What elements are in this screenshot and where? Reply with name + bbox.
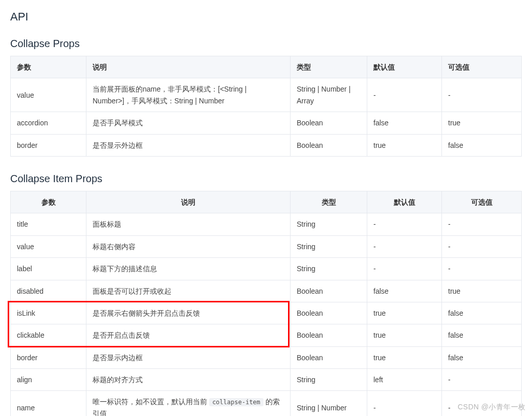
th-param: 参数 bbox=[11, 56, 86, 78]
th-param: 参数 bbox=[11, 191, 86, 213]
cell-opt: false bbox=[442, 302, 522, 324]
cell-default: - bbox=[367, 213, 442, 235]
collapse-item-props-heading: Collapse Item Props bbox=[10, 173, 522, 185]
cell-opt: - bbox=[442, 391, 522, 416]
th-default: 默认值 bbox=[367, 191, 442, 213]
cell-type: Boolean bbox=[291, 346, 367, 368]
table-row: value标题右侧内容String-- bbox=[11, 235, 522, 257]
table-row: disabled面板是否可以打开或收起Booleanfalsetrue bbox=[11, 280, 522, 302]
cell-type: String bbox=[291, 258, 367, 280]
cell-type: String | Number | Array bbox=[291, 78, 367, 112]
cell-default: true bbox=[367, 346, 442, 368]
cell-type: Boolean bbox=[291, 112, 367, 134]
cell-default: true bbox=[367, 324, 442, 346]
table-row: align标题的对齐方式Stringleft- bbox=[11, 369, 522, 391]
cell-desc: 标题右侧内容 bbox=[86, 235, 291, 257]
table-wrapper: 参数 说明 类型 默认值 可选值 title面板标题String--value标… bbox=[10, 191, 522, 416]
cell-param: value bbox=[11, 235, 86, 257]
table-header-row: 参数 说明 类型 默认值 可选值 bbox=[11, 191, 522, 213]
cell-opt: - bbox=[442, 369, 522, 391]
cell-type: Boolean bbox=[291, 280, 367, 302]
desc-text-pre: 唯一标识符，如不设置，默认用当前 bbox=[93, 398, 209, 406]
cell-param: accordion bbox=[11, 112, 86, 134]
cell-desc: 是否开启点击反馈 bbox=[86, 324, 291, 346]
cell-desc: 标题的对齐方式 bbox=[86, 369, 291, 391]
table-row: border是否显示内边框Booleantruefalse bbox=[11, 346, 522, 368]
desc-code: collapse-item bbox=[209, 398, 263, 406]
th-type: 类型 bbox=[291, 56, 367, 78]
cell-opt: - bbox=[442, 213, 522, 235]
cell-param: align bbox=[11, 369, 86, 391]
cell-type: String bbox=[291, 369, 367, 391]
th-opt: 可选值 bbox=[442, 191, 522, 213]
cell-param: name bbox=[11, 391, 86, 416]
table-row: value当前展开面板的name，非手风琴模式：[<String | Numbe… bbox=[11, 78, 522, 112]
table-row: label标题下方的描述信息String-- bbox=[11, 258, 522, 280]
cell-opt: false bbox=[442, 134, 522, 156]
cell-opt: - bbox=[442, 258, 522, 280]
cell-opt: true bbox=[442, 112, 522, 134]
cell-desc: 唯一标识符，如不设置，默认用当前 collapse-item 的索引值 bbox=[86, 391, 291, 416]
cell-param: disabled bbox=[11, 280, 86, 302]
cell-default: - bbox=[367, 258, 442, 280]
cell-desc: 当前展开面板的name，非手风琴模式：[<String | Number>]，手… bbox=[86, 78, 291, 112]
cell-default: true bbox=[367, 302, 442, 324]
cell-desc: 是否展示右侧箭头并开启点击反馈 bbox=[86, 302, 291, 324]
cell-param: border bbox=[11, 346, 86, 368]
table-header-row: 参数 说明 类型 默认值 可选值 bbox=[11, 56, 522, 78]
cell-opt: - bbox=[442, 78, 522, 112]
cell-param: isLink bbox=[11, 302, 86, 324]
cell-default: true bbox=[367, 134, 442, 156]
cell-opt: - bbox=[442, 235, 522, 257]
cell-type: Boolean bbox=[291, 134, 367, 156]
cell-type: String bbox=[291, 213, 367, 235]
th-default: 默认值 bbox=[367, 56, 442, 78]
table-row: isLink是否展示右侧箭头并开启点击反馈Booleantruefalse bbox=[11, 302, 522, 324]
cell-type: String | Number bbox=[291, 391, 367, 416]
cell-desc: 标题下方的描述信息 bbox=[86, 258, 291, 280]
table-row: clickable是否开启点击反馈Booleantruefalse bbox=[11, 324, 522, 346]
cell-opt: false bbox=[442, 346, 522, 368]
th-desc: 说明 bbox=[86, 191, 291, 213]
cell-type: Boolean bbox=[291, 324, 367, 346]
cell-type: Boolean bbox=[291, 302, 367, 324]
table-row: name唯一标识符，如不设置，默认用当前 collapse-item 的索引值S… bbox=[11, 391, 522, 416]
cell-desc: 是否显示内边框 bbox=[86, 346, 291, 368]
cell-desc: 面板是否可以打开或收起 bbox=[86, 280, 291, 302]
table-row: accordion是否手风琴模式Booleanfalsetrue bbox=[11, 112, 522, 134]
cell-opt: true bbox=[442, 280, 522, 302]
cell-opt: false bbox=[442, 324, 522, 346]
cell-default: left bbox=[367, 369, 442, 391]
cell-param: clickable bbox=[11, 324, 86, 346]
table-row: border是否显示外边框Booleantruefalse bbox=[11, 134, 522, 156]
cell-default: false bbox=[367, 112, 442, 134]
table-row: title面板标题String-- bbox=[11, 213, 522, 235]
cell-type: String bbox=[291, 235, 367, 257]
cell-param: label bbox=[11, 258, 86, 280]
cell-default: - bbox=[367, 78, 442, 112]
th-opt: 可选值 bbox=[442, 56, 522, 78]
cell-default: - bbox=[367, 391, 442, 416]
cell-desc: 是否显示外边框 bbox=[86, 134, 291, 156]
collapse-props-table: 参数 说明 类型 默认值 可选值 value当前展开面板的name，非手风琴模式… bbox=[10, 56, 522, 157]
cell-default: false bbox=[367, 280, 442, 302]
cell-desc: 是否手风琴模式 bbox=[86, 112, 291, 134]
api-heading: API bbox=[10, 10, 522, 24]
cell-param: value bbox=[11, 78, 86, 112]
cell-param: title bbox=[11, 213, 86, 235]
collapse-item-props-table: 参数 说明 类型 默认值 可选值 title面板标题String--value标… bbox=[10, 191, 522, 416]
cell-desc: 面板标题 bbox=[86, 213, 291, 235]
collapse-props-heading: Collapse Props bbox=[10, 38, 522, 50]
th-desc: 说明 bbox=[86, 56, 291, 78]
th-type: 类型 bbox=[291, 191, 367, 213]
cell-default: - bbox=[367, 235, 442, 257]
cell-param: border bbox=[11, 134, 86, 156]
